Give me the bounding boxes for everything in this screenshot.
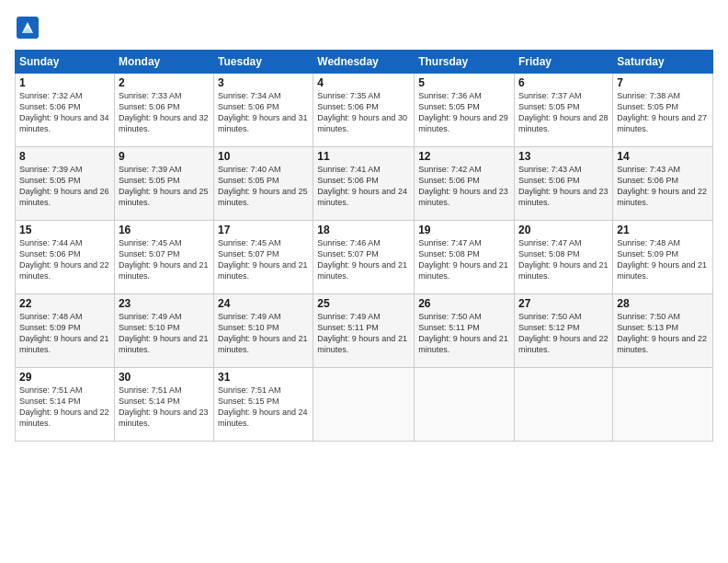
calendar-cell (415, 368, 515, 442)
calendar-cell: 29Sunrise: 7:51 AM Sunset: 5:14 PM Dayli… (16, 368, 115, 442)
day-number: 11 (317, 150, 410, 163)
calendar-cell: 8Sunrise: 7:39 AM Sunset: 5:05 PM Daylig… (16, 147, 115, 221)
day-number: 8 (19, 150, 110, 163)
day-detail: Sunrise: 7:33 AM Sunset: 5:06 PM Dayligh… (119, 90, 210, 135)
header (15, 15, 713, 40)
weekday-monday: Monday (114, 51, 213, 74)
day-number: 14 (617, 150, 709, 163)
day-number: 6 (518, 76, 609, 89)
calendar-cell: 23Sunrise: 7:49 AM Sunset: 5:10 PM Dayli… (114, 294, 213, 368)
day-detail: Sunrise: 7:50 AM Sunset: 5:12 PM Dayligh… (518, 311, 609, 356)
day-detail: Sunrise: 7:50 AM Sunset: 5:11 PM Dayligh… (418, 311, 510, 356)
weekday-tuesday: Tuesday (214, 51, 313, 74)
day-detail: Sunrise: 7:38 AM Sunset: 5:05 PM Dayligh… (617, 90, 709, 135)
day-number: 31 (218, 371, 309, 384)
calendar: SundayMondayTuesdayWednesdayThursdayFrid… (15, 50, 713, 442)
calendar-cell: 5Sunrise: 7:36 AM Sunset: 5:05 PM Daylig… (415, 74, 515, 147)
logo (15, 15, 44, 40)
day-detail: Sunrise: 7:39 AM Sunset: 5:05 PM Dayligh… (19, 164, 110, 209)
day-number: 16 (119, 224, 210, 236)
calendar-cell: 28Sunrise: 7:50 AM Sunset: 5:13 PM Dayli… (613, 294, 713, 368)
day-number: 5 (418, 76, 510, 89)
day-number: 15 (19, 224, 110, 236)
calendar-cell: 16Sunrise: 7:45 AM Sunset: 5:07 PM Dayli… (114, 221, 213, 294)
day-detail: Sunrise: 7:48 AM Sunset: 5:09 PM Dayligh… (617, 237, 709, 282)
day-number: 3 (218, 76, 309, 89)
day-number: 29 (19, 371, 110, 384)
week-row-5: 29Sunrise: 7:51 AM Sunset: 5:14 PM Dayli… (16, 368, 713, 442)
calendar-cell: 15Sunrise: 7:44 AM Sunset: 5:06 PM Dayli… (16, 221, 115, 294)
weekday-friday: Friday (515, 51, 613, 74)
weekday-wednesday: Wednesday (313, 51, 415, 74)
calendar-cell: 25Sunrise: 7:49 AM Sunset: 5:11 PM Dayli… (313, 294, 415, 368)
day-number: 2 (119, 76, 210, 89)
day-number: 28 (617, 297, 709, 310)
calendar-cell: 7Sunrise: 7:38 AM Sunset: 5:05 PM Daylig… (613, 74, 713, 147)
day-number: 19 (418, 224, 510, 236)
day-detail: Sunrise: 7:37 AM Sunset: 5:05 PM Dayligh… (518, 90, 609, 135)
calendar-cell: 31Sunrise: 7:51 AM Sunset: 5:15 PM Dayli… (214, 368, 313, 442)
day-detail: Sunrise: 7:35 AM Sunset: 5:06 PM Dayligh… (317, 90, 410, 135)
calendar-cell: 14Sunrise: 7:43 AM Sunset: 5:06 PM Dayli… (613, 147, 713, 221)
calendar-cell: 3Sunrise: 7:34 AM Sunset: 5:06 PM Daylig… (214, 74, 313, 147)
day-detail: Sunrise: 7:32 AM Sunset: 5:06 PM Dayligh… (19, 90, 110, 135)
page: SundayMondayTuesdayWednesdayThursdayFrid… (0, 0, 728, 563)
calendar-cell (313, 368, 415, 442)
calendar-header: SundayMondayTuesdayWednesdayThursdayFrid… (16, 51, 713, 74)
calendar-cell: 2Sunrise: 7:33 AM Sunset: 5:06 PM Daylig… (114, 74, 213, 147)
calendar-cell: 19Sunrise: 7:47 AM Sunset: 5:08 PM Dayli… (415, 221, 515, 294)
logo-icon (15, 15, 40, 40)
weekday-thursday: Thursday (415, 51, 515, 74)
day-detail: Sunrise: 7:49 AM Sunset: 5:11 PM Dayligh… (317, 311, 410, 356)
calendar-cell: 9Sunrise: 7:39 AM Sunset: 5:05 PM Daylig… (114, 147, 213, 221)
calendar-cell: 27Sunrise: 7:50 AM Sunset: 5:12 PM Dayli… (515, 294, 613, 368)
day-detail: Sunrise: 7:44 AM Sunset: 5:06 PM Dayligh… (19, 237, 110, 282)
day-number: 18 (317, 224, 410, 236)
weekday-sunday: Sunday (16, 51, 115, 74)
calendar-cell: 12Sunrise: 7:42 AM Sunset: 5:06 PM Dayli… (415, 147, 515, 221)
calendar-cell: 24Sunrise: 7:49 AM Sunset: 5:10 PM Dayli… (214, 294, 313, 368)
day-detail: Sunrise: 7:34 AM Sunset: 5:06 PM Dayligh… (218, 90, 309, 135)
day-detail: Sunrise: 7:39 AM Sunset: 5:05 PM Dayligh… (119, 164, 210, 209)
day-number: 12 (418, 150, 510, 163)
day-number: 27 (518, 297, 609, 310)
day-number: 13 (518, 150, 609, 163)
day-number: 17 (218, 224, 309, 236)
calendar-cell: 11Sunrise: 7:41 AM Sunset: 5:06 PM Dayli… (313, 147, 415, 221)
weekday-saturday: Saturday (613, 51, 713, 74)
calendar-cell: 21Sunrise: 7:48 AM Sunset: 5:09 PM Dayli… (613, 221, 713, 294)
day-detail: Sunrise: 7:45 AM Sunset: 5:07 PM Dayligh… (119, 237, 210, 282)
day-detail: Sunrise: 7:43 AM Sunset: 5:06 PM Dayligh… (518, 164, 609, 209)
day-number: 23 (119, 297, 210, 310)
calendar-cell: 1Sunrise: 7:32 AM Sunset: 5:06 PM Daylig… (16, 74, 115, 147)
calendar-body: 1Sunrise: 7:32 AM Sunset: 5:06 PM Daylig… (16, 74, 713, 442)
day-number: 1 (19, 76, 110, 89)
day-number: 24 (218, 297, 309, 310)
day-detail: Sunrise: 7:41 AM Sunset: 5:06 PM Dayligh… (317, 164, 410, 209)
day-number: 9 (119, 150, 210, 163)
day-number: 10 (218, 150, 309, 163)
day-number: 26 (418, 297, 510, 310)
calendar-cell: 22Sunrise: 7:48 AM Sunset: 5:09 PM Dayli… (16, 294, 115, 368)
week-row-3: 15Sunrise: 7:44 AM Sunset: 5:06 PM Dayli… (16, 221, 713, 294)
week-row-1: 1Sunrise: 7:32 AM Sunset: 5:06 PM Daylig… (16, 74, 713, 147)
day-detail: Sunrise: 7:43 AM Sunset: 5:06 PM Dayligh… (617, 164, 709, 209)
calendar-cell: 6Sunrise: 7:37 AM Sunset: 5:05 PM Daylig… (515, 74, 613, 147)
day-number: 4 (317, 76, 410, 89)
day-detail: Sunrise: 7:46 AM Sunset: 5:07 PM Dayligh… (317, 237, 410, 282)
day-detail: Sunrise: 7:51 AM Sunset: 5:14 PM Dayligh… (119, 385, 210, 430)
day-detail: Sunrise: 7:51 AM Sunset: 5:14 PM Dayligh… (19, 385, 110, 430)
calendar-cell: 4Sunrise: 7:35 AM Sunset: 5:06 PM Daylig… (313, 74, 415, 147)
calendar-cell: 26Sunrise: 7:50 AM Sunset: 5:11 PM Dayli… (415, 294, 515, 368)
day-number: 20 (518, 224, 609, 236)
day-detail: Sunrise: 7:40 AM Sunset: 5:05 PM Dayligh… (218, 164, 309, 209)
calendar-cell: 17Sunrise: 7:45 AM Sunset: 5:07 PM Dayli… (214, 221, 313, 294)
day-number: 7 (617, 76, 709, 89)
weekday-row: SundayMondayTuesdayWednesdayThursdayFrid… (16, 51, 713, 74)
day-number: 30 (119, 371, 210, 384)
calendar-cell (613, 368, 713, 442)
day-detail: Sunrise: 7:48 AM Sunset: 5:09 PM Dayligh… (19, 311, 110, 356)
day-detail: Sunrise: 7:50 AM Sunset: 5:13 PM Dayligh… (617, 311, 709, 356)
day-detail: Sunrise: 7:45 AM Sunset: 5:07 PM Dayligh… (218, 237, 309, 282)
week-row-4: 22Sunrise: 7:48 AM Sunset: 5:09 PM Dayli… (16, 294, 713, 368)
